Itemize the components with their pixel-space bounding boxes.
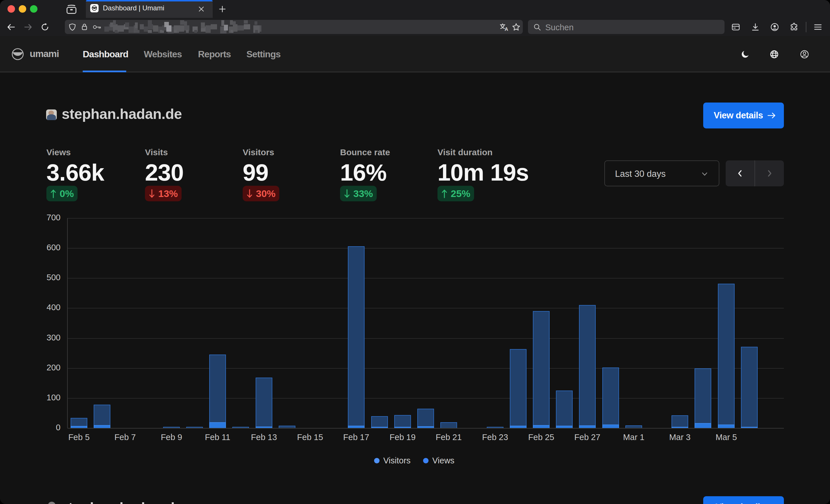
svg-text:A: A <box>505 27 508 32</box>
